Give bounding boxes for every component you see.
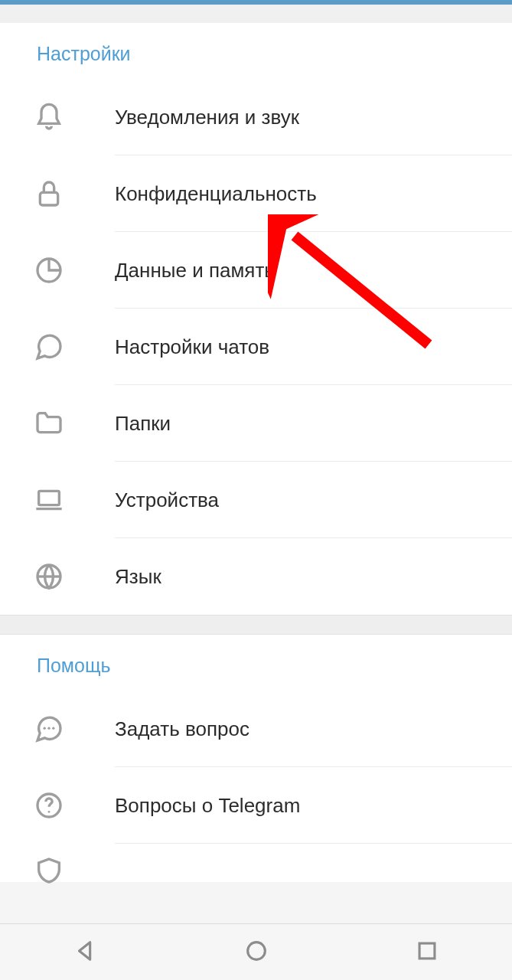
- nav-home-button[interactable]: [243, 938, 269, 967]
- settings-item-label: Папки: [115, 412, 171, 436]
- settings-item-privacy[interactable]: Конфиденциальность: [0, 155, 512, 232]
- svg-point-9: [247, 942, 265, 959]
- globe-icon: [0, 561, 115, 592]
- folder-icon: [0, 408, 115, 439]
- settings-item-language[interactable]: Язык: [0, 538, 512, 615]
- settings-section: Настройки Уведомления и звук Конфиденциа…: [0, 23, 512, 615]
- chat-dots-icon: [0, 714, 115, 744]
- help-item-label: Вопросы о Telegram: [115, 794, 300, 818]
- top-spacer: [0, 5, 512, 23]
- svg-rect-0: [40, 192, 57, 205]
- svg-rect-2: [39, 491, 60, 505]
- settings-header: Настройки: [0, 23, 512, 79]
- section-gap: [0, 615, 512, 635]
- settings-item-data[interactable]: Данные и память: [0, 232, 512, 309]
- chat-icon: [0, 332, 115, 362]
- svg-rect-10: [419, 943, 435, 959]
- settings-item-label: Настройки чатов: [115, 335, 269, 359]
- system-nav-bar: [0, 923, 512, 980]
- settings-item-label: Язык: [115, 565, 161, 589]
- content-area: Настройки Уведомления и звук Конфиденциа…: [0, 5, 512, 923]
- settings-item-label: Конфиденциальность: [115, 182, 317, 206]
- svg-point-5: [47, 727, 50, 730]
- help-header: Помощь: [0, 635, 512, 691]
- shield-icon: [0, 840, 115, 886]
- question-icon: [0, 790, 115, 821]
- help-section: Помощь Задать вопрос Вопросы о Telegram: [0, 635, 512, 882]
- settings-item-devices[interactable]: Устройства: [0, 462, 512, 538]
- svg-point-6: [52, 727, 54, 730]
- settings-item-label: Уведомления и звук: [115, 106, 299, 129]
- help-item-label: Задать вопрос: [115, 717, 249, 741]
- settings-item-notifications[interactable]: Уведомления и звук: [0, 79, 512, 155]
- laptop-icon: [0, 485, 115, 515]
- svg-point-8: [48, 811, 51, 813]
- lock-icon: [0, 178, 115, 209]
- settings-item-chats[interactable]: Настройки чатов: [0, 309, 512, 385]
- settings-item-label: Данные и память: [115, 259, 275, 283]
- help-item-faq[interactable]: Вопросы о Telegram: [0, 767, 512, 844]
- nav-back-button[interactable]: [73, 938, 99, 967]
- nav-recent-button[interactable]: [414, 938, 440, 967]
- bell-icon: [0, 102, 115, 132]
- screen: Настройки Уведомления и звук Конфиденциа…: [0, 0, 512, 980]
- settings-item-folders[interactable]: Папки: [0, 385, 512, 462]
- pie-icon: [0, 255, 115, 286]
- svg-point-4: [44, 727, 46, 730]
- settings-item-label: Устройства: [115, 488, 219, 512]
- help-item-ask[interactable]: Задать вопрос: [0, 691, 512, 767]
- help-item-partial[interactable]: [0, 844, 512, 882]
